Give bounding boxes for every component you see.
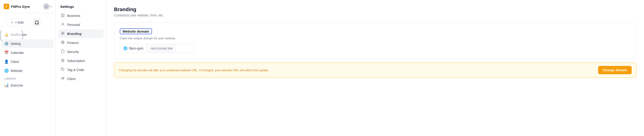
change-domain-button[interactable]: Change domain <box>598 66 632 74</box>
settings-nav-client[interactable]: Client <box>58 74 104 83</box>
exercise-icon: 📊 <box>4 83 8 87</box>
user-avatar-section[interactable]: ▾ <box>43 3 52 10</box>
settings-nav-label: Business <box>67 14 80 17</box>
svg-point-2 <box>62 23 63 24</box>
sidebar-item-label: Calendar <box>11 51 24 55</box>
bell-icon: 🔔 <box>4 32 8 37</box>
svg-point-4 <box>62 41 64 44</box>
add-button[interactable]: ＋ + Add <box>6 18 27 27</box>
page-title: Branding <box>114 6 636 12</box>
left-sidebar: F FitPro Gym ▾ ＋ + Add 🎧 🔔 Notification <box>0 0 56 136</box>
logo-icon: F <box>4 4 9 9</box>
globe-icon: 🌐 <box>123 46 128 50</box>
domain-input-row: 🌐 fitpro-gym -test.cocast.site <box>120 44 194 53</box>
sidebar-header: F FitPro Gym ▾ <box>0 0 55 13</box>
chevron-down-icon: ▾ <box>50 5 52 8</box>
app-name: FitPro Gym <box>11 5 30 8</box>
warning-banner: Changing the domain will alter your publ… <box>114 62 636 78</box>
settings-icon: ⚙️ <box>4 41 8 46</box>
sidebar-item-client[interactable]: 👤 Client <box>2 57 54 66</box>
domain-value: fitpro-gym <box>129 46 144 50</box>
calendar-icon: 📅 <box>4 50 8 55</box>
branding-icon <box>61 31 65 36</box>
subscription-icon <box>61 58 65 63</box>
sidebar-item-calendar[interactable]: 📅 Calendar <box>2 48 54 57</box>
website-domain-card: Website domain Claim the unique domain f… <box>114 23 636 59</box>
sidebar-item-setting[interactable]: ⚙️ Setting <box>2 39 54 48</box>
library-section-label: Library <box>2 75 54 81</box>
building-icon <box>61 13 65 18</box>
website-domain-section-title: Website domain <box>120 28 152 34</box>
settings-nav-finance[interactable]: Finance <box>58 38 104 47</box>
sidebar-item-label: Client <box>11 60 19 64</box>
page-subtitle: Customize your website, form, etc. <box>114 13 636 17</box>
sidebar-item-website[interactable]: 🌐 Website <box>2 66 54 75</box>
domain-prefix: 🌐 fitpro-gym <box>120 44 147 53</box>
settings-nav-label: Client <box>67 77 76 81</box>
domain-suffix: -test.cocast.site <box>147 44 176 52</box>
headphone-icon[interactable]: 🎧 <box>33 18 41 26</box>
settings-nav-label: Tag & Code <box>67 68 84 72</box>
svg-point-7 <box>62 77 63 78</box>
website-domain-section-subtitle: Claim the unique domain for your website… <box>120 36 631 40</box>
clients-icon <box>61 77 65 81</box>
svg-point-5 <box>62 42 64 43</box>
settings-sidebar: Settings Business Personal Branding Fina… <box>56 0 106 136</box>
person-icon: 👤 <box>4 59 8 64</box>
settings-title: Settings <box>58 5 104 8</box>
person-settings-icon <box>61 22 65 27</box>
sidebar-item-exercise[interactable]: 📊 Exercise <box>2 81 54 90</box>
sidebar-item-label: Setting <box>11 42 21 46</box>
main-nav: 🔔 Notification ⚙️ Setting 📅 Calendar 👤 C… <box>0 30 55 136</box>
sidebar-item-label: Exercise <box>11 84 23 87</box>
sidebar-item-label: Website <box>11 69 22 73</box>
svg-point-3 <box>62 33 63 34</box>
sidebar-item-label: Notification <box>11 33 27 36</box>
tag-icon <box>61 68 65 72</box>
settings-nav-label: Subscription <box>67 59 85 63</box>
settings-nav-personal[interactable]: Personal <box>58 20 104 29</box>
settings-nav-label: Personal <box>67 23 80 27</box>
plus-icon: ＋ <box>10 20 14 24</box>
settings-nav-business[interactable]: Business <box>58 11 104 20</box>
settings-nav-subscription[interactable]: Subscription <box>58 56 104 65</box>
settings-nav-tag-code[interactable]: Tag & Code <box>58 65 104 74</box>
settings-nav-security[interactable]: Security <box>58 47 104 56</box>
settings-nav-label: Security <box>67 50 79 54</box>
settings-nav-label: Branding <box>67 32 81 36</box>
settings-nav-branding[interactable]: Branding <box>58 29 104 38</box>
settings-nav-label: Finance <box>67 41 79 45</box>
globe-nav-icon: 🌐 <box>4 68 8 73</box>
app-logo: F FitPro Gym <box>4 4 30 9</box>
svg-point-8 <box>63 77 64 78</box>
svg-point-6 <box>62 68 62 69</box>
finance-icon <box>61 40 65 45</box>
warning-text: Changing the domain will alter your publ… <box>119 68 594 72</box>
sidebar-item-notification[interactable]: 🔔 Notification <box>2 30 54 39</box>
svg-point-0 <box>46 5 47 6</box>
avatar[interactable] <box>43 3 50 10</box>
shield-icon <box>61 49 65 54</box>
main-content: Branding Customize your website, form, e… <box>106 0 644 136</box>
